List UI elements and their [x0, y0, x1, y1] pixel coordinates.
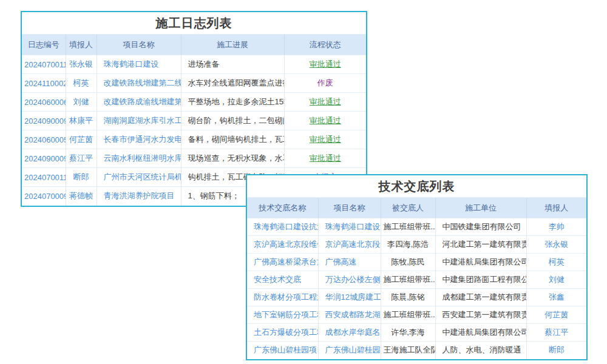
reporter-link[interactable]: 刘健 — [73, 97, 89, 106]
unit-text: 中国铁建集团有限公司 — [435, 218, 526, 236]
project-link[interactable]: 西安成都路龙湖上... — [325, 310, 381, 319]
receiver-text: 李四海,陈浩 — [381, 236, 435, 254]
status-link[interactable]: 审批通过 — [310, 97, 341, 106]
col-header-project: 项目名称 — [318, 198, 381, 218]
unit-text: 成都建工第一建筑有限责任公司 — [435, 289, 526, 306]
project-link[interactable]: 成都水岸华庭名苑... — [325, 328, 381, 337]
reporter-link[interactable]: 李帅 — [549, 222, 565, 231]
disclosure-name-link[interactable]: 广东佛山碧桂园项目... — [254, 345, 318, 354]
reporter-link[interactable]: 林康平 — [69, 116, 93, 125]
disclosure-name-link[interactable]: 广佛高速桥梁承台施... — [254, 257, 318, 266]
log-number-link[interactable]: 2024090009 — [24, 116, 66, 126]
reporter-link[interactable]: 何芷茵 — [544, 310, 568, 319]
disclosure-name-link[interactable]: 地下室钢筋分项工程... — [254, 310, 318, 319]
disclosure-name-link[interactable]: 防水卷材分项工程施... — [254, 292, 318, 302]
log-table-row: 2024090009 蔡江平 云南水利枢纽潜明水库一... 现场巡查，无积水现象… — [22, 149, 366, 168]
project-link[interactable]: 广州市天河区统计局机房... — [104, 172, 181, 181]
disclosure-table-row: 土石方爆破分项工程... 成都水岸华庭名苑... 许华,李海 中建港航局集团有限… — [247, 324, 586, 342]
project-link[interactable]: 珠海鹤港口建设 — [104, 59, 159, 69]
project-link[interactable]: 京沪高速北京段维修 — [325, 240, 381, 249]
unit-text: 西安建工第一建筑有限责任公司 — [435, 306, 526, 324]
progress-text: 现场巡查，无积水现象，水马... — [181, 149, 284, 168]
project-link[interactable]: 青海洪湖养护院项目 — [104, 191, 175, 200]
project-link[interactable]: 湖南洞庭湖水库引水工程... — [104, 116, 181, 125]
unit-text: 河北建工第一建筑有限责任公司 — [435, 236, 526, 254]
unit-text: 中建集团路面工程有限公司 — [435, 271, 526, 289]
reporter-link[interactable]: 断郎 — [73, 172, 89, 181]
unit-text: 中建港航局集团有限公司 — [435, 254, 526, 271]
log-table-row: 2024090009 林康平 湖南洞庭湖水库引水工程... 砌台阶，钩机排土，二… — [22, 112, 366, 130]
log-number-link[interactable]: 2024090009 — [24, 154, 66, 163]
receiver-text: 陈牧,陈民 — [381, 254, 435, 271]
technical-disclosure-table: 技术交底名称 项目名称 被交底人 施工单位 填报人 珠海鹤港口建设抗浮... 珠… — [247, 198, 586, 359]
project-link[interactable]: 珠海鹤港口建设 — [325, 222, 381, 231]
reporter-link[interactable]: 何芷茵 — [69, 135, 93, 144]
disclosure-name-link[interactable]: 京沪高速北京段维修... — [254, 240, 318, 249]
progress-text: 平整场地，拉走多余泥土15辆... — [181, 93, 284, 112]
unit-text: 人防、水电、消防暖通 — [435, 342, 526, 359]
receiver-text: 施工班组带班... — [381, 306, 435, 324]
disclosure-name-link[interactable]: 珠海鹤港口建设抗浮... — [254, 222, 318, 231]
project-link[interactable]: 改建铁路成渝线增建第二... — [104, 97, 181, 106]
technical-disclosure-panel: 技术交底列表 技术交底名称 项目名称 被交底人 施工单位 填报人 珠海鹤港口建设… — [246, 174, 588, 360]
disclosure-panel-title: 技术交底列表 — [247, 175, 586, 198]
log-number-link[interactable]: 2024070011 — [24, 60, 66, 69]
log-table-row: 2024060006 刘健 改建铁路成渝线增建第二... 平整场地，拉走多余泥土… — [22, 93, 366, 112]
reporter-link[interactable]: 蒋德帧 — [69, 191, 93, 200]
reporter-link[interactable]: 张永银 — [69, 59, 93, 69]
col-header-progress: 施工进展 — [181, 35, 284, 55]
status-link[interactable]: 审批通过 — [310, 59, 341, 69]
status-link[interactable]: 审批通过 — [310, 153, 341, 163]
disclosure-table-row: 安全技术交底 万达办公楼左侧A... 施工班组带班... 中建集团路面工程有限公… — [247, 271, 586, 289]
receiver-text: 王海施工队全队 — [381, 342, 435, 359]
col-header-status: 流程状态 — [284, 35, 366, 55]
col-header-log-no: 日志编号 — [22, 35, 66, 55]
reporter-link[interactable]: 蔡江平 — [544, 328, 568, 337]
reporter-link[interactable]: 张鑫 — [549, 292, 565, 302]
reporter-link[interactable]: 柯英 — [549, 257, 565, 266]
log-table-row: 2024110002 柯英 改建铁路线增建第二线直... 水车对全线遮阳网覆盖点… — [22, 74, 366, 93]
receiver-text: 施工班组带班... — [381, 218, 435, 236]
disclosure-table-row: 广佛高速桥梁承台施... 广佛高速 陈牧,陈民 中建港航局集团有限公司 柯英 — [247, 254, 586, 271]
log-table-row: 2024070011 张永银 珠海鹤港口建设 进场准备 审批通过 — [22, 55, 366, 74]
project-link[interactable]: 广东佛山碧桂园项目 — [325, 345, 381, 354]
progress-text: 砌台阶，钩机排土，二包砌间... — [181, 112, 284, 130]
reporter-link[interactable]: 刘健 — [549, 275, 565, 284]
reporter-link[interactable]: 断郎 — [549, 345, 565, 354]
disclosure-table-header-row: 技术交底名称 项目名称 被交底人 施工单位 填报人 — [247, 198, 586, 218]
progress-text: 水车对全线遮阳网覆盖点进行... — [181, 74, 284, 93]
project-link[interactable]: 万达办公楼左侧A... — [325, 275, 381, 284]
disclosure-table-row: 京沪高速北京段维修... 京沪高速北京段维修 李四海,陈浩 河北建工第一建筑有限… — [247, 236, 586, 254]
receiver-text: 施工班组带班... — [381, 271, 435, 289]
reporter-link[interactable]: 张永银 — [544, 240, 568, 249]
unit-text: 中建港航局集团有限公司 — [435, 324, 526, 342]
project-link[interactable]: 改建铁路线增建第二线直... — [104, 78, 181, 87]
receiver-text: 陈晨,陈铭 — [381, 289, 435, 306]
status-link[interactable]: 审批通过 — [310, 135, 341, 144]
log-number-link[interactable]: 2024070009 — [24, 192, 66, 201]
col-header-disclosure-name: 技术交底名称 — [247, 198, 318, 218]
reporter-link[interactable]: 蔡江平 — [69, 153, 93, 163]
log-number-link[interactable]: 2024110002 — [24, 79, 66, 88]
disclosure-table-row: 防水卷材分项工程施... 华润12城房建工... 陈晨,陈铭 成都建工第一建筑有… — [247, 289, 586, 306]
log-number-link[interactable]: 2024060005 — [24, 135, 66, 144]
project-link[interactable]: 长春市伊通河水力发电厂... — [104, 135, 181, 144]
log-panel-title: 施工日志列表 — [22, 12, 366, 35]
progress-text: 进场准备 — [181, 55, 284, 74]
project-link[interactable]: 广佛高速 — [325, 257, 357, 266]
disclosure-table-row: 珠海鹤港口建设抗浮... 珠海鹤港口建设 施工班组带班... 中国铁建集团有限公… — [247, 218, 586, 236]
log-number-link[interactable]: 2024070011 — [24, 173, 66, 182]
log-table-row: 2024060005 何芷茵 长春市伊通河水力发电厂... 备料，砌间墙钩机排土… — [22, 130, 366, 149]
status-link[interactable]: 审批通过 — [310, 116, 341, 125]
status-link[interactable]: 作废 — [317, 78, 333, 87]
disclosure-name-link[interactable]: 土石方爆破分项工程... — [254, 328, 318, 337]
disclosure-table-row: 地下室钢筋分项工程... 西安成都路龙湖上... 施工班组带班... 西安建工第… — [247, 306, 586, 324]
project-link[interactable]: 华润12城房建工... — [325, 292, 381, 302]
project-link[interactable]: 云南水利枢纽潜明水库一... — [104, 153, 181, 163]
reporter-link[interactable]: 柯英 — [73, 78, 89, 87]
disclosure-name-link[interactable]: 安全技术交底 — [254, 275, 301, 284]
log-number-link[interactable]: 2024060006 — [24, 98, 66, 107]
receiver-text: 许华,李海 — [381, 324, 435, 342]
progress-text: 备料，砌间墙钩机排土，瓦工... — [181, 130, 284, 149]
col-header-reporter: 填报人 — [526, 198, 586, 218]
